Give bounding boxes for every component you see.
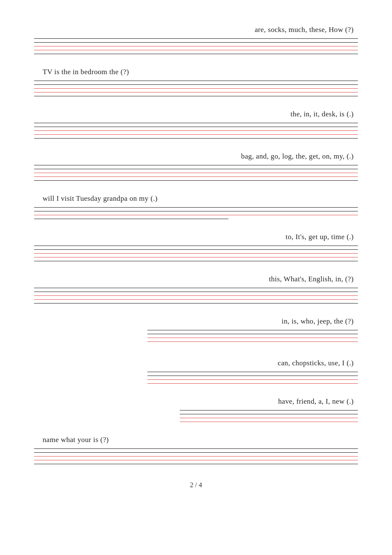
- line: [34, 303, 358, 304]
- question-10: are, socks, much, these, How (?): [34, 26, 358, 54]
- question-14: will I visit Tuesday grandpa on my (.): [34, 194, 358, 219]
- question-18: can, chopsticks, use, I (.): [34, 359, 358, 384]
- line-red: [34, 253, 358, 254]
- line: [34, 54, 358, 54]
- line-red: [34, 173, 358, 173]
- line: [147, 376, 358, 376]
- question-16: this, What's, English, in, (?): [34, 275, 358, 304]
- line-red: [34, 299, 358, 300]
- line-red: [34, 134, 358, 135]
- line-red: [34, 456, 358, 457]
- line: [34, 42, 358, 43]
- answer-lines-12: [34, 123, 358, 139]
- page-container: are, socks, much, these, How (?) TV is t…: [0, 0, 392, 555]
- question-11-text: TV is the in bedroom the (?): [34, 68, 358, 76]
- line: [34, 96, 358, 96]
- line-red: [34, 46, 358, 46]
- line-red: [34, 130, 358, 131]
- line: [180, 414, 358, 414]
- question-11: TV is the in bedroom the (?): [34, 68, 358, 96]
- line-red: [180, 422, 358, 422]
- question-13-text: bag, and, go, log, the, get, on, my, (.): [34, 152, 358, 161]
- question-19-text: have, friend, a, I, new (.): [34, 397, 358, 406]
- answer-lines-19: [34, 410, 358, 422]
- line-red: [147, 341, 358, 342]
- answer-lines-16: [34, 288, 358, 304]
- line: [34, 165, 358, 165]
- line-red: [147, 379, 358, 380]
- line-red: [180, 418, 358, 418]
- line-red: [34, 176, 358, 177]
- line-red: [34, 460, 358, 460]
- question-19: have, friend, a, I, new (.): [34, 397, 358, 422]
- line: [147, 330, 358, 330]
- line-red: [147, 383, 358, 384]
- question-20-text: name what your is (?): [34, 436, 358, 444]
- line: [34, 246, 358, 246]
- line: [34, 84, 358, 85]
- line-red: [34, 257, 358, 257]
- answer-lines-14: [34, 207, 358, 219]
- line: [34, 138, 358, 139]
- answer-lines-15: [34, 246, 358, 261]
- line: [34, 448, 358, 449]
- question-12: the, in, it, desk, is (.): [34, 110, 358, 139]
- question-14-text: will I visit Tuesday grandpa on my (.): [34, 194, 358, 203]
- line: [34, 288, 358, 288]
- question-15: to, It's, get up, time (.): [34, 233, 358, 261]
- line: [180, 410, 358, 410]
- line: [34, 249, 358, 250]
- question-17: in, is, who, jeep, the (?): [34, 317, 358, 345]
- line-red: [34, 50, 358, 50]
- answer-lines-11: [34, 81, 358, 96]
- answer-lines-17: [34, 330, 358, 345]
- line: [147, 372, 358, 372]
- line: [34, 207, 358, 208]
- line: [34, 180, 358, 181]
- line: [34, 169, 358, 169]
- question-10-text: are, socks, much, these, How (?): [34, 26, 358, 34]
- answer-lines-18: [34, 372, 358, 384]
- line: [34, 464, 358, 464]
- answer-lines-20: [34, 448, 358, 464]
- line: [34, 452, 358, 453]
- question-20: name what your is (?): [34, 436, 358, 464]
- line: [34, 127, 358, 127]
- line: [34, 211, 358, 211]
- page-number: 2 / 4: [34, 481, 358, 489]
- line: [34, 219, 228, 219]
- line-red: [34, 215, 358, 215]
- question-15-text: to, It's, get up, time (.): [34, 233, 358, 241]
- line: [147, 334, 358, 334]
- line: [34, 261, 358, 261]
- answer-lines-13: [34, 165, 358, 181]
- line-red: [34, 92, 358, 92]
- question-12-text: the, in, it, desk, is (.): [34, 110, 358, 119]
- line: [34, 81, 358, 81]
- question-13: bag, and, go, log, the, get, on, my, (.): [34, 152, 358, 181]
- line: [34, 123, 358, 123]
- question-16-text: this, What's, English, in, (?): [34, 275, 358, 283]
- line-red: [34, 88, 358, 89]
- answer-lines-10: [34, 38, 358, 54]
- question-17-text: in, is, who, jeep, the (?): [34, 317, 358, 326]
- line-red: [147, 338, 358, 338]
- question-18-text: can, chopsticks, use, I (.): [34, 359, 358, 367]
- line-red: [34, 295, 358, 296]
- line: [34, 292, 358, 292]
- line: [34, 38, 358, 39]
